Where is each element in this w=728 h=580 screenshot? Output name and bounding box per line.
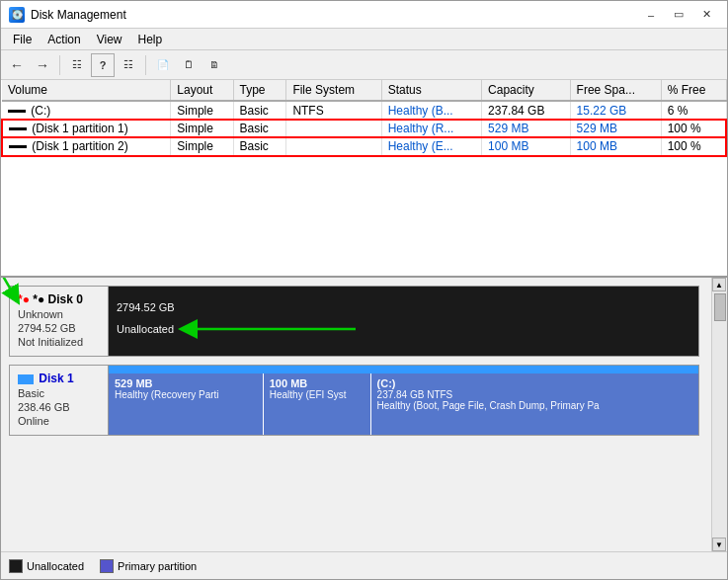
cell-volume: (Disk 1 partition 1)	[2, 120, 171, 137]
action-button3[interactable]: 🗎	[202, 53, 226, 77]
legend-unallocated: Unallocated	[9, 559, 84, 573]
disk0-size: 2794.52 GB	[18, 322, 100, 334]
disk0-name: *● *● Disk 0	[18, 292, 100, 306]
dash-icon	[8, 110, 26, 113]
close-button[interactable]: ✕	[693, 5, 719, 25]
scroll-track	[712, 291, 727, 538]
table-row[interactable]: (C:) Simple Basic NTFS Healthy (B... 237…	[2, 101, 726, 120]
scrollbar: ▲ ▼	[711, 278, 727, 551]
legend: Unallocated Primary partition	[1, 551, 727, 579]
table-row[interactable]: (Disk 1 partition 1) Simple Basic Health…	[2, 120, 726, 137]
list-view-button[interactable]: ☷	[65, 53, 89, 77]
cell-fs: NTFS	[286, 101, 381, 120]
disk1-part2-label: Healthy (EFI Syst	[270, 389, 364, 400]
back-button[interactable]: ←	[5, 53, 29, 77]
unallocated-row: Unallocated	[117, 317, 356, 341]
disk1-part2-size: 100 MB	[270, 377, 364, 389]
disk1-part3-label: Healthy (Boot, Page File, Crash Dump, Pr…	[377, 400, 692, 411]
title-bar: 💽 Disk Management – ▭ ✕	[1, 1, 727, 29]
cell-type: Basic	[233, 120, 286, 137]
menu-action[interactable]: Action	[40, 31, 88, 48]
toolbar-separator	[59, 55, 60, 75]
cell-freespace: 100 MB	[570, 137, 661, 156]
cell-freespace: 15.22 GB	[570, 101, 661, 120]
cell-status: Healthy (E...	[381, 137, 481, 156]
disk1-type: Basic	[18, 387, 100, 399]
maximize-button[interactable]: ▭	[666, 5, 691, 25]
disk0-unallocated-label: Unallocated	[117, 323, 174, 335]
menu-file[interactable]: File	[5, 31, 40, 48]
col-fs: File System	[286, 80, 381, 101]
toolbar: ← → ☷ ? ☷ 📄 🗒 🗎	[1, 50, 727, 80]
disk1-name: Disk 1	[18, 372, 100, 385]
disk0-partitions: 2794.52 GB Unallocated	[109, 287, 698, 356]
cell-pctfree: 100 %	[661, 120, 726, 137]
disk1-partitions: 529 MB Healthy (Recovery Parti 100 MB He…	[109, 366, 698, 435]
app-icon: 💽	[9, 7, 25, 23]
scroll-thumb[interactable]	[714, 293, 726, 321]
forward-button[interactable]: →	[31, 53, 54, 77]
title-bar-left: 💽 Disk Management	[9, 7, 126, 23]
disk1-partition-2[interactable]: 100 MB Healthy (EFI Syst	[264, 373, 371, 435]
cell-pctfree: 100 %	[661, 137, 726, 156]
disk-management-window: 💽 Disk Management – ▭ ✕ File Action View…	[0, 0, 728, 580]
window-title: Disk Management	[31, 8, 126, 22]
cell-pctfree: 6 %	[661, 101, 726, 120]
disk0-unallocated: 2794.52 GB Unallocated	[109, 287, 698, 356]
col-capacity: Capacity	[482, 80, 571, 101]
disk0-label: *● *● Disk 0 Unknown 2794.52 GB Not Init…	[10, 287, 109, 356]
col-type: Type	[233, 80, 286, 101]
action-button2[interactable]: 🗒	[177, 53, 201, 77]
menu-bar: File Action View Help	[1, 29, 727, 50]
cell-volume: (Disk 1 partition 2)	[2, 137, 171, 156]
cell-capacity: 529 MB	[482, 120, 571, 137]
toolbar-separator-2	[145, 55, 146, 75]
disk1-top-bar	[109, 366, 698, 373]
cell-fs	[286, 137, 381, 156]
disk0-partition-size: 2794.52 GB	[117, 301, 175, 313]
scroll-down-button[interactable]: ▼	[712, 538, 726, 551]
cell-type: Basic	[233, 101, 286, 120]
minimize-button[interactable]: –	[638, 5, 664, 25]
menu-help[interactable]: Help	[130, 31, 171, 48]
legend-primary: Primary partition	[100, 559, 197, 573]
col-status: Status	[381, 80, 481, 101]
legend-unallocated-label: Unallocated	[27, 560, 84, 572]
cell-layout: Simple	[171, 120, 233, 137]
help-button[interactable]: ?	[91, 53, 115, 77]
disk1-partition-3[interactable]: (C:) 237.84 GB NTFS Healthy (Boot, Page …	[371, 373, 698, 435]
action-button1[interactable]: 📄	[151, 53, 175, 77]
disk-view-wrapper: *● *● Disk 0 Unknown 2794.52 GB Not Init…	[1, 278, 727, 579]
col-layout: Layout	[171, 80, 233, 101]
cell-status: Healthy (R...	[381, 120, 481, 137]
legend-primary-label: Primary partition	[118, 560, 197, 572]
green-arrow-2-icon	[178, 317, 356, 341]
disk1-part3-letter: (C:)	[377, 377, 692, 389]
dash-icon	[9, 127, 27, 130]
disk1-part1-label: Healthy (Recovery Parti	[115, 389, 257, 400]
col-volume: Volume	[2, 80, 171, 101]
detail-button[interactable]: ☷	[117, 53, 140, 77]
disk1-status: Online	[18, 415, 100, 427]
cell-capacity: 100 MB	[482, 137, 571, 156]
col-pctfree: % Free	[661, 80, 726, 101]
legend-primary-box	[100, 559, 114, 573]
disk1-part3-size: 237.84 GB NTFS	[377, 389, 692, 400]
disk1-section: Disk 1 Basic 238.46 GB Online 529 MB	[9, 365, 699, 436]
legend-unallocated-box	[9, 559, 23, 573]
disk0-status: Not Initialized	[18, 336, 100, 348]
disk1-partition-1[interactable]: 529 MB Healthy (Recovery Parti	[109, 373, 264, 435]
disk1-label: Disk 1 Basic 238.46 GB Online	[10, 366, 109, 435]
menu-view[interactable]: View	[89, 31, 130, 48]
cell-layout: Simple	[171, 101, 233, 120]
cell-fs	[286, 120, 381, 137]
table-row[interactable]: (Disk 1 partition 2) Simple Basic Health…	[2, 137, 726, 156]
cell-capacity: 237.84 GB	[482, 101, 571, 120]
volume-table: Volume Layout Type File System Status Ca…	[1, 80, 727, 157]
window-controls: – ▭ ✕	[638, 5, 719, 25]
disk1-size: 238.46 GB	[18, 401, 100, 413]
disk1-partition-wrapper: 529 MB Healthy (Recovery Parti 100 MB He…	[109, 366, 698, 435]
volume-table-container: Volume Layout Type File System Status Ca…	[1, 80, 727, 278]
scroll-up-button[interactable]: ▲	[712, 278, 726, 291]
cell-volume: (C:)	[2, 101, 171, 120]
